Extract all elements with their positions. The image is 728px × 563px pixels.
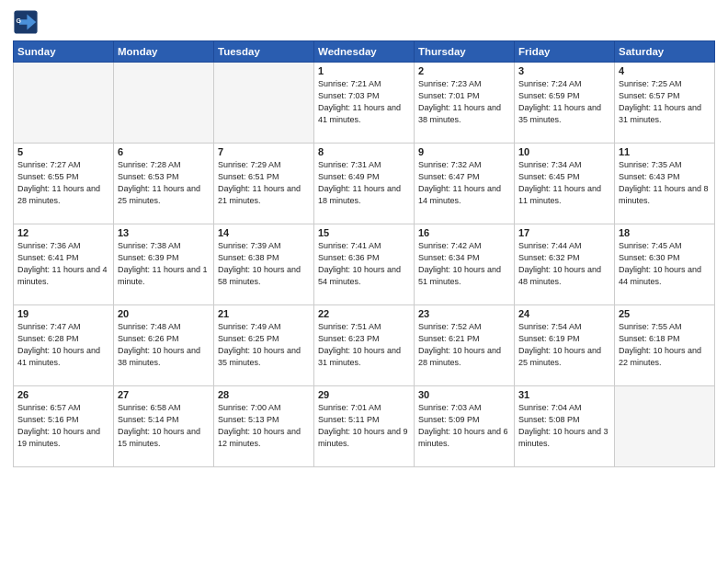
day-info: Sunrise: 7:29 AMSunset: 6:51 PMDaylight:… [218, 159, 310, 207]
day-info: Sunrise: 7:48 AMSunset: 6:26 PMDaylight:… [118, 321, 210, 369]
day-info: Sunrise: 7:41 AMSunset: 6:36 PMDaylight:… [318, 240, 410, 288]
page: G SundayMondayTuesdayWednesdayThursdayFr… [0, 0, 728, 563]
day-info: Sunrise: 7:45 AMSunset: 6:30 PMDaylight:… [619, 240, 711, 288]
calendar-cell: 14Sunrise: 7:39 AMSunset: 6:38 PMDayligh… [214, 224, 314, 305]
day-number: 5 [17, 146, 109, 157]
day-number: 11 [619, 146, 711, 157]
calendar-cell: 12Sunrise: 7:36 AMSunset: 6:41 PMDayligh… [14, 224, 114, 305]
day-info: Sunrise: 7:35 AMSunset: 6:43 PMDaylight:… [619, 159, 711, 207]
day-info: Sunrise: 7:36 AMSunset: 6:41 PMDaylight:… [17, 240, 109, 288]
day-info: Sunrise: 7:44 AMSunset: 6:32 PMDaylight:… [518, 240, 610, 288]
day-number: 22 [318, 308, 410, 319]
calendar-week-5: 26Sunrise: 6:57 AMSunset: 5:16 PMDayligh… [14, 386, 715, 467]
day-number: 14 [218, 227, 310, 238]
day-number: 6 [118, 146, 210, 157]
day-info: Sunrise: 7:25 AMSunset: 6:57 PMDaylight:… [619, 78, 711, 126]
calendar-cell: 7Sunrise: 7:29 AMSunset: 6:51 PMDaylight… [214, 144, 314, 224]
calendar-cell: 5Sunrise: 7:27 AMSunset: 6:55 PMDaylight… [14, 144, 114, 224]
col-header-tuesday: Tuesday [214, 41, 314, 63]
day-number: 4 [619, 65, 711, 76]
day-number: 30 [418, 389, 510, 400]
calendar-cell: 3Sunrise: 7:24 AMSunset: 6:59 PMDaylight… [515, 63, 615, 144]
calendar-cell: 15Sunrise: 7:41 AMSunset: 6:36 PMDayligh… [314, 224, 415, 305]
day-info: Sunrise: 7:55 AMSunset: 6:18 PMDaylight:… [619, 321, 711, 369]
calendar-cell: 18Sunrise: 7:45 AMSunset: 6:30 PMDayligh… [615, 224, 715, 305]
logo-icon: G [13, 9, 39, 35]
calendar-week-1: 1Sunrise: 7:21 AMSunset: 7:03 PMDaylight… [14, 63, 715, 144]
col-header-monday: Monday [114, 41, 214, 63]
day-info: Sunrise: 7:04 AMSunset: 5:08 PMDaylight:… [518, 402, 610, 450]
calendar-cell: 21Sunrise: 7:49 AMSunset: 6:25 PMDayligh… [214, 305, 314, 386]
calendar-cell [114, 63, 214, 144]
calendar-cell: 2Sunrise: 7:23 AMSunset: 7:01 PMDaylight… [415, 63, 515, 144]
calendar-cell [14, 63, 114, 144]
calendar-cell: 22Sunrise: 7:51 AMSunset: 6:23 PMDayligh… [314, 305, 415, 386]
svg-text:G: G [17, 17, 22, 24]
logo: G [13, 9, 40, 35]
day-number: 3 [518, 65, 610, 76]
day-number: 21 [218, 308, 310, 319]
calendar-cell: 29Sunrise: 7:01 AMSunset: 5:11 PMDayligh… [314, 386, 415, 467]
calendar-cell: 25Sunrise: 7:55 AMSunset: 6:18 PMDayligh… [615, 305, 715, 386]
day-number: 16 [418, 227, 510, 238]
day-info: Sunrise: 7:28 AMSunset: 6:53 PMDaylight:… [118, 159, 210, 207]
day-number: 2 [418, 65, 510, 76]
day-info: Sunrise: 7:00 AMSunset: 5:13 PMDaylight:… [218, 402, 310, 450]
day-number: 10 [518, 146, 610, 157]
day-info: Sunrise: 7:52 AMSunset: 6:21 PMDaylight:… [418, 321, 510, 369]
day-info: Sunrise: 6:57 AMSunset: 5:16 PMDaylight:… [17, 402, 109, 450]
calendar-cell: 6Sunrise: 7:28 AMSunset: 6:53 PMDaylight… [114, 144, 214, 224]
day-info: Sunrise: 7:31 AMSunset: 6:49 PMDaylight:… [318, 159, 410, 207]
calendar-cell: 24Sunrise: 7:54 AMSunset: 6:19 PMDayligh… [515, 305, 615, 386]
day-number: 8 [318, 146, 410, 157]
day-info: Sunrise: 7:51 AMSunset: 6:23 PMDaylight:… [318, 321, 410, 369]
calendar: SundayMondayTuesdayWednesdayThursdayFrid… [13, 40, 715, 467]
col-header-friday: Friday [515, 41, 615, 63]
day-info: Sunrise: 6:58 AMSunset: 5:14 PMDaylight:… [118, 402, 210, 450]
calendar-week-3: 12Sunrise: 7:36 AMSunset: 6:41 PMDayligh… [14, 224, 715, 305]
calendar-cell: 9Sunrise: 7:32 AMSunset: 6:47 PMDaylight… [415, 144, 515, 224]
calendar-cell [214, 63, 314, 144]
day-number: 26 [17, 389, 109, 400]
day-number: 7 [218, 146, 310, 157]
day-info: Sunrise: 7:39 AMSunset: 6:38 PMDaylight:… [218, 240, 310, 288]
calendar-week-2: 5Sunrise: 7:27 AMSunset: 6:55 PMDaylight… [14, 144, 715, 224]
day-number: 28 [218, 389, 310, 400]
day-number: 15 [318, 227, 410, 238]
calendar-week-4: 19Sunrise: 7:47 AMSunset: 6:28 PMDayligh… [14, 305, 715, 386]
day-number: 13 [118, 227, 210, 238]
day-number: 31 [518, 389, 610, 400]
calendar-cell [615, 386, 715, 467]
day-number: 19 [17, 308, 109, 319]
day-number: 18 [619, 227, 711, 238]
calendar-cell: 13Sunrise: 7:38 AMSunset: 6:39 PMDayligh… [114, 224, 214, 305]
calendar-cell: 16Sunrise: 7:42 AMSunset: 6:34 PMDayligh… [415, 224, 515, 305]
calendar-cell: 19Sunrise: 7:47 AMSunset: 6:28 PMDayligh… [14, 305, 114, 386]
day-info: Sunrise: 7:49 AMSunset: 6:25 PMDaylight:… [218, 321, 310, 369]
day-info: Sunrise: 7:21 AMSunset: 7:03 PMDaylight:… [318, 78, 410, 126]
calendar-cell: 4Sunrise: 7:25 AMSunset: 6:57 PMDaylight… [615, 63, 715, 144]
calendar-cell: 8Sunrise: 7:31 AMSunset: 6:49 PMDaylight… [314, 144, 415, 224]
calendar-cell: 30Sunrise: 7:03 AMSunset: 5:09 PMDayligh… [415, 386, 515, 467]
col-header-thursday: Thursday [415, 41, 515, 63]
day-info: Sunrise: 7:47 AMSunset: 6:28 PMDaylight:… [17, 321, 109, 369]
day-info: Sunrise: 7:01 AMSunset: 5:11 PMDaylight:… [318, 402, 410, 450]
day-number: 12 [17, 227, 109, 238]
col-header-wednesday: Wednesday [314, 41, 415, 63]
day-info: Sunrise: 7:23 AMSunset: 7:01 PMDaylight:… [418, 78, 510, 126]
day-number: 23 [418, 308, 510, 319]
day-number: 29 [318, 389, 410, 400]
day-info: Sunrise: 7:42 AMSunset: 6:34 PMDaylight:… [418, 240, 510, 288]
calendar-cell: 11Sunrise: 7:35 AMSunset: 6:43 PMDayligh… [615, 144, 715, 224]
day-number: 24 [518, 308, 610, 319]
day-info: Sunrise: 7:34 AMSunset: 6:45 PMDaylight:… [518, 159, 610, 207]
calendar-cell: 26Sunrise: 6:57 AMSunset: 5:16 PMDayligh… [14, 386, 114, 467]
day-number: 27 [118, 389, 210, 400]
calendar-cell: 20Sunrise: 7:48 AMSunset: 6:26 PMDayligh… [114, 305, 214, 386]
day-info: Sunrise: 7:27 AMSunset: 6:55 PMDaylight:… [17, 159, 109, 207]
day-info: Sunrise: 7:54 AMSunset: 6:19 PMDaylight:… [518, 321, 610, 369]
day-number: 9 [418, 146, 510, 157]
day-info: Sunrise: 7:38 AMSunset: 6:39 PMDaylight:… [118, 240, 210, 288]
day-number: 17 [518, 227, 610, 238]
calendar-cell: 10Sunrise: 7:34 AMSunset: 6:45 PMDayligh… [515, 144, 615, 224]
